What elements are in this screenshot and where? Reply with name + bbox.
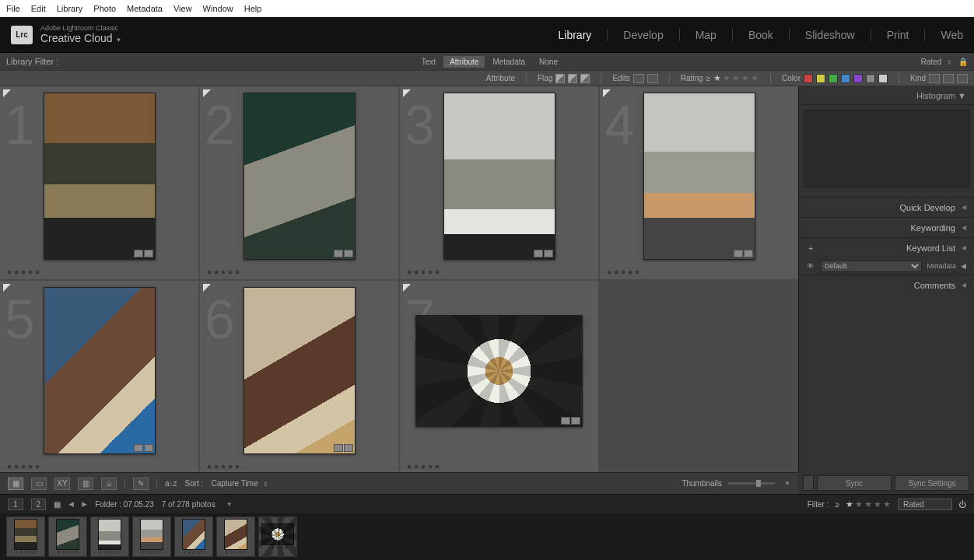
edits-unedited-icon[interactable] (647, 74, 658, 83)
sync-button[interactable]: Sync (817, 475, 892, 491)
app-title[interactable]: Creative Cloud▼ (40, 33, 122, 44)
filmstrip-cell[interactable]: ★★★★★ (216, 516, 255, 557)
menu-metadata[interactable]: Metadata (127, 4, 163, 13)
color-blue[interactable] (841, 74, 850, 83)
survey-view-icon[interactable]: ▥ (78, 478, 93, 490)
cell-rating[interactable]: ★★★★★ (206, 463, 241, 471)
grid-cell[interactable]: 4★★★★★ (600, 86, 798, 279)
cell-rating[interactable]: ★★★★★ (6, 463, 41, 471)
grid-cell[interactable]: 7★★★★★ (400, 281, 598, 472)
badge-icon[interactable] (134, 250, 143, 257)
edits-edited-icon[interactable] (633, 74, 644, 83)
rating-star-5[interactable]: ★ (751, 74, 759, 82)
color-purple[interactable] (853, 74, 863, 83)
grid-mode-icon[interactable]: ▦ (54, 500, 61, 509)
rating-star-2[interactable]: ★ (723, 74, 731, 82)
badge-icon[interactable] (734, 250, 743, 257)
filmstrip-thumb[interactable] (224, 519, 247, 550)
filmstrip-filter-switch[interactable]: ⏻ (958, 500, 966, 509)
filmstrip-cell[interactable]: ★★★★★ (90, 516, 129, 557)
module-print[interactable]: Print (887, 29, 909, 41)
color-none[interactable] (866, 74, 875, 83)
cell-rating[interactable]: ★★★★★ (406, 268, 441, 276)
thumbnail-image[interactable] (243, 93, 356, 260)
badge-icon[interactable] (561, 417, 570, 425)
color-red[interactable] (804, 74, 813, 83)
badge-icon[interactable] (144, 444, 153, 452)
fs-star-1[interactable]: ★ (846, 500, 854, 509)
people-view-icon[interactable]: ☺ (101, 478, 117, 490)
loupe-view-icon[interactable]: ▭ (31, 478, 47, 490)
filmstrip-thumb[interactable] (140, 519, 163, 550)
filmstrip-rating-op[interactable]: ≥ (836, 500, 840, 509)
screen-2-button[interactable]: 2 (31, 499, 47, 510)
sort-field-dropdown[interactable]: Capture Time ⇕ (211, 479, 268, 488)
menu-help[interactable]: Help (244, 4, 262, 13)
painter-icon[interactable]: ✎ (133, 478, 149, 490)
flag-rejected-icon[interactable] (580, 74, 590, 83)
filter-tab-text[interactable]: Text (415, 56, 442, 68)
keywording-header[interactable]: Keywording◀ (799, 217, 974, 237)
color-green[interactable] (829, 74, 838, 83)
menu-file[interactable]: File (6, 4, 20, 13)
cell-rating[interactable]: ★★★★★ (206, 268, 241, 276)
thumbnail-image[interactable] (44, 287, 156, 454)
metadata-header[interactable]: Metadata (927, 262, 956, 270)
color-yellow[interactable] (816, 74, 825, 83)
module-library[interactable]: Library (559, 29, 592, 41)
filmstrip-thumb[interactable] (98, 519, 121, 550)
filmstrip-thumb[interactable] (56, 519, 79, 550)
thumbnail-image[interactable] (443, 93, 555, 260)
filmstrip-cell[interactable]: ★★★★★ (6, 516, 45, 557)
fs-star-3[interactable]: ★ (864, 500, 873, 509)
grid-cell[interactable]: 2★★★★★ (200, 86, 398, 279)
fs-star-4[interactable]: ★ (874, 500, 882, 509)
thumbnail-image[interactable] (44, 93, 156, 260)
badge-icon[interactable] (334, 250, 343, 257)
rating-star-4[interactable]: ★ (741, 74, 750, 82)
comments-header[interactable]: Comments◀ (799, 275, 974, 295)
module-slideshow[interactable]: Slideshow (805, 29, 855, 41)
thumbnail-size-slider[interactable] (728, 482, 775, 485)
thumbnail-image[interactable] (415, 315, 583, 427)
sort-direction-icon[interactable]: a↓z (165, 479, 177, 488)
menu-library[interactable]: Library (57, 4, 83, 13)
auto-sync-toggle[interactable] (803, 475, 814, 491)
cell-rating[interactable]: ★★★★★ (6, 268, 41, 276)
kind-virtual-icon[interactable] (943, 74, 954, 83)
filter-preset-dropdown[interactable]: Rated ⇕ (921, 58, 952, 66)
rating-star-1[interactable]: ★ (713, 74, 722, 82)
badge-icon[interactable] (344, 444, 353, 452)
quick-develop-header[interactable]: Quick Develop◀ (799, 197, 974, 217)
histogram-header[interactable]: Histogram ▼ (799, 86, 974, 105)
menu-view[interactable]: View (173, 4, 192, 13)
grid-cell[interactable]: 5★★★★★ (0, 281, 198, 472)
filmstrip-cell[interactable]: ★★★★★ (132, 516, 171, 557)
menu-edit[interactable]: Edit (31, 4, 46, 13)
filmstrip-filter-preset[interactable]: Rated (898, 499, 952, 510)
module-develop[interactable]: Develop (623, 29, 663, 41)
filmstrip-cell[interactable]: ★★★★★ (174, 516, 213, 557)
menu-photo[interactable]: Photo (93, 4, 116, 13)
sync-settings-button[interactable]: Sync Settings (895, 475, 969, 491)
badge-icon[interactable] (134, 444, 143, 452)
module-book[interactable]: Book (748, 29, 773, 41)
metadata-preset-dropdown[interactable]: Default (821, 261, 922, 272)
flag-unflagged-icon[interactable] (568, 74, 577, 83)
filmstrip-cell[interactable]: ★★★★★ (48, 516, 87, 557)
eye-icon[interactable]: 👁 (807, 262, 816, 270)
filter-tab-none[interactable]: None (533, 56, 564, 68)
badge-icon[interactable] (334, 444, 343, 452)
screen-1-button[interactable]: 1 (8, 499, 23, 510)
filmstrip-thumb[interactable] (182, 519, 205, 550)
fs-star-2[interactable]: ★ (855, 500, 864, 509)
color-custom[interactable] (878, 74, 888, 83)
badge-icon[interactable] (544, 250, 553, 257)
grid-cell[interactable]: 3★★★★★ (400, 86, 598, 279)
filmstrip-cell[interactable]: ★★★★★ (258, 516, 297, 557)
filmstrip-thumb[interactable] (14, 519, 37, 550)
badge-icon[interactable] (534, 250, 543, 257)
module-web[interactable]: Web (941, 29, 963, 41)
toolbar-menu-icon[interactable]: ▼ (784, 480, 790, 487)
menu-window[interactable]: Window (203, 4, 233, 13)
